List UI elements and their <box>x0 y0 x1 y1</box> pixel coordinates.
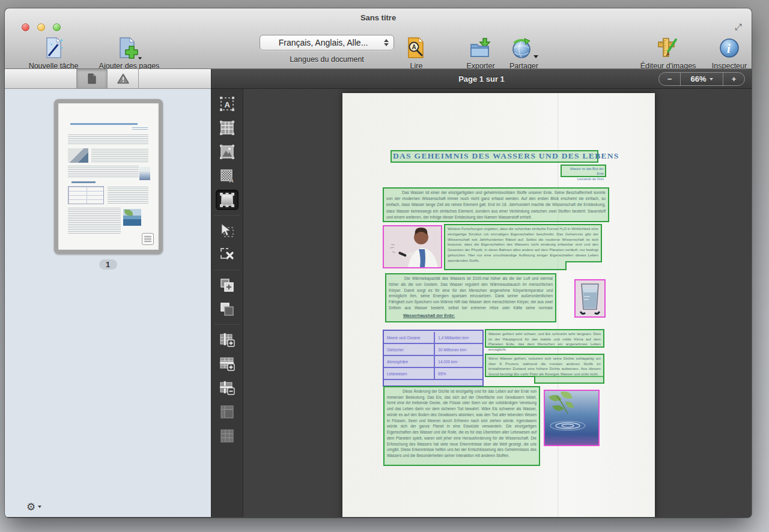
sidebar-header <box>5 69 211 89</box>
svg-text:i: i <box>727 41 731 56</box>
svg-text:A: A <box>225 100 231 109</box>
zoom-in-button[interactable]: + <box>723 73 744 85</box>
zoom-control: − 66% + <box>658 72 745 86</box>
tool-generic-zone[interactable] <box>216 190 239 210</box>
table-row: Meere und Ozeane 1,4 Milliarden km² <box>384 332 482 344</box>
merge-cells-icon <box>219 404 235 420</box>
subtract-area-icon <box>219 301 235 317</box>
zone-image-doctor[interactable] <box>383 225 442 268</box>
image-editor-button[interactable]: Éditeur d'images <box>631 35 705 70</box>
background-zone-icon: A <box>219 168 235 184</box>
water-glass-photo <box>576 280 604 316</box>
tab-warnings[interactable] <box>108 69 139 88</box>
tool-background-zone[interactable]: A <box>216 166 239 186</box>
warning-icon <box>117 73 129 84</box>
languages-select[interactable]: Français, Anglais, Alle... <box>260 35 394 50</box>
doc-subheading: Wasserhaushalt der Erde: <box>403 313 555 318</box>
zone-table[interactable]: Meere und Ozeane 1,4 Milliarden km² Glet… <box>383 330 484 387</box>
zone-paragraph-3[interactable]: Die Wärmekapazität des Wassers ist 3100-… <box>385 273 556 322</box>
zone-note-1[interactable]: Wasser gefriert sehr schwer, und Eis sch… <box>485 329 604 348</box>
image-zone-icon <box>219 144 235 160</box>
tool-split-cells[interactable] <box>216 426 239 446</box>
zone-tool-palette: A <box>211 89 243 517</box>
generic-zone-icon <box>219 192 235 208</box>
zoom-window-button[interactable] <box>53 23 61 31</box>
svg-text:✦: ✦ <box>59 38 64 43</box>
doc-paragraph-2: Weitere Forschungen ergaben, dass die sc… <box>445 225 601 265</box>
table-zone-icon <box>219 120 235 136</box>
page-indicator: Page 1 sur 1 <box>458 74 505 83</box>
table-row: Gletscher 30 Millionen km² <box>384 344 482 356</box>
zone-step-extension <box>534 376 604 384</box>
palette-divider <box>214 270 240 270</box>
tool-merge-cells[interactable] <box>216 402 239 422</box>
page-thumbnail[interactable] <box>54 99 163 254</box>
palette-divider <box>214 215 240 216</box>
page-icon <box>87 73 97 84</box>
read-button[interactable]: A Lire <box>398 35 434 70</box>
tool-text-zone[interactable]: A <box>216 94 239 114</box>
remove-separator-icon <box>219 380 235 396</box>
sidebar-footer: ⚙ <box>5 497 211 517</box>
text-zone-icon: A <box>219 96 235 112</box>
svg-text:✦: ✦ <box>60 46 63 50</box>
sidebar-view-tabs <box>76 69 139 88</box>
scanned-page: DAS GEHEIMNIS DES WASSERS UND DES LEBENS… <box>342 93 655 517</box>
thumb-photo-2 <box>139 167 150 180</box>
zoom-out-button[interactable]: − <box>659 73 681 85</box>
zone-paragraph-1[interactable]: Das Wasser ist einer der einzigartigsten… <box>383 187 609 222</box>
fullscreen-icon[interactable]: ⤢ <box>733 22 744 32</box>
pages-sidebar: 1 ⚙ <box>5 69 211 517</box>
traffic-lights <box>22 23 61 31</box>
zone-title[interactable]: DAS GEHEIMNIS DES WASSERS UND DES LEBENS <box>391 150 598 163</box>
doc-note-1: Wasser gefriert sehr schwer, und Eis sch… <box>486 330 603 354</box>
languages-value: Français, Anglais, Alle... <box>265 38 381 47</box>
info-icon: i <box>704 35 752 60</box>
export-button[interactable]: Exporter <box>457 35 504 70</box>
doctor-photo <box>384 226 441 267</box>
gear-icon[interactable]: ⚙ <box>26 502 35 512</box>
inspector-button[interactable]: i Inspecteur <box>704 35 752 70</box>
split-cells-icon <box>219 428 235 444</box>
stepper-arrows-icon <box>384 39 389 46</box>
tool-add-row-separator[interactable] <box>216 354 239 374</box>
zone-paragraph-4[interactable]: Diese Änderung der Dichte ist einzigarti… <box>383 386 540 466</box>
tool-add-column-separator[interactable] <box>216 330 239 350</box>
languages-label: Langues du document <box>260 55 394 64</box>
tab-pages[interactable] <box>76 69 108 88</box>
zoom-level-button[interactable]: 66% <box>681 73 723 85</box>
window-title: Sans titre <box>5 13 752 22</box>
zoom-level-value: 66% <box>690 74 706 83</box>
tool-remove-separator[interactable] <box>216 378 239 398</box>
doc-paragraph-4: Diese Änderung der Dichte ist einzigarti… <box>384 387 539 460</box>
tool-table-zone[interactable] <box>216 118 239 138</box>
recognized-badge-icon <box>142 233 154 245</box>
select-arrow-icon <box>219 223 235 238</box>
svg-text:A: A <box>412 44 416 50</box>
languages-group: Français, Anglais, Alle... Langues du do… <box>260 35 394 64</box>
ruler-brush-icon <box>631 35 705 60</box>
minimize-button[interactable] <box>37 23 45 31</box>
thumb-photo-1 <box>68 148 88 163</box>
zone-quote[interactable]: Wasser ist das Blut der Erde Leonardo da… <box>561 165 606 177</box>
close-button[interactable] <box>22 23 29 31</box>
new-task-button[interactable]: ✦ ✦ ✦ Nouvelle tâche <box>16 35 91 70</box>
palette-divider <box>214 324 240 325</box>
add-pages-button[interactable]: Ajouter des pages <box>93 35 166 70</box>
share-button[interactable]: Partager <box>501 35 547 70</box>
table-row: Lebewesen 65% <box>384 368 482 380</box>
tool-select-zone[interactable] <box>216 220 239 241</box>
thumbnail-page-number: 1 <box>5 259 211 270</box>
tool-subtract-from-zone[interactable] <box>216 299 239 319</box>
zoom-caret-icon <box>710 78 713 80</box>
tool-image-zone[interactable] <box>216 142 239 162</box>
zone-image-glass[interactable] <box>574 279 606 318</box>
zone-paragraph-2[interactable]: Weitere Forschungen ergaben, dass die sc… <box>444 224 602 270</box>
zone-notch <box>565 261 602 270</box>
document-canvas[interactable]: DAS GEHEIMNIS DES WASSERS UND DES LEBENS… <box>243 89 752 517</box>
tool-delete-zone[interactable] <box>216 244 239 265</box>
tool-add-to-zone[interactable] <box>216 275 239 295</box>
gear-caret-icon[interactable] <box>38 506 41 508</box>
zone-note-2[interactable]: Wenn Wasser gefriert, reduziert sich sei… <box>485 354 604 377</box>
zone-image-leaf[interactable] <box>544 390 600 446</box>
